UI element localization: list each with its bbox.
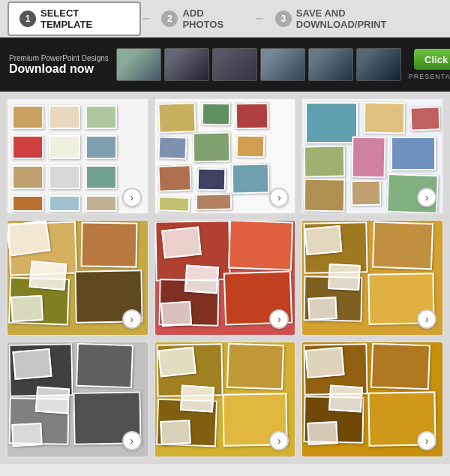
photo-tile	[86, 105, 117, 129]
template-card-8[interactable]: ›	[154, 341, 297, 458]
photo-tile	[351, 180, 382, 206]
photo-tile	[12, 195, 44, 212]
photo-tile	[8, 221, 51, 257]
photo-tile	[86, 135, 117, 159]
brand-text: PRESENTATIONLOAD	[409, 73, 450, 80]
photo-tile	[158, 347, 196, 378]
photo-tile	[304, 179, 346, 212]
banner-preview-1	[116, 48, 161, 81]
step-2-label: ADD PHOTOS	[182, 8, 244, 30]
template-card-4[interactable]: ›	[6, 219, 149, 336]
photo-tile	[328, 385, 363, 413]
banner-preview-2	[164, 48, 209, 81]
photo-tile	[158, 136, 187, 159]
banner-text: Premium PowerPoint Designs Download now	[9, 54, 109, 76]
template-card-2[interactable]: ›	[154, 98, 297, 215]
photo-tile	[231, 164, 269, 194]
photo-tile	[308, 297, 338, 321]
template-card-9[interactable]: ›	[301, 341, 444, 458]
photo-tile	[160, 420, 191, 445]
banner-preview-6	[356, 48, 401, 81]
photo-tile	[49, 165, 80, 189]
photo-tile	[308, 421, 339, 445]
photo-tile	[304, 146, 346, 178]
photo-tile	[29, 261, 68, 291]
photo-tile	[161, 226, 202, 258]
steps-header: 1 SELECT TEMPLATE 2 ADD PHOTOS 3 SAVE AN…	[0, 0, 450, 38]
photo-tile	[304, 225, 343, 255]
banner-previews	[116, 48, 401, 81]
banner-preview-3	[212, 48, 257, 81]
photo-tile	[370, 343, 430, 390]
template-next-button-6[interactable]: ›	[417, 309, 436, 329]
step-1[interactable]: 1 SELECT TEMPLATE	[8, 2, 141, 36]
banner-line2: Download now	[9, 62, 109, 76]
step-3-label: SAVE AND DOWNLOAD/PRINT	[296, 8, 432, 30]
advertisement-banner: Premium PowerPoint Designs Download now …	[0, 38, 450, 92]
step-divider-1	[142, 18, 150, 20]
photo-tile	[235, 103, 268, 130]
photo-tile	[236, 135, 265, 158]
step-2[interactable]: 2 ADD PHOTOS	[151, 3, 254, 35]
photo-tile	[49, 135, 80, 159]
template-next-button-7[interactable]: ›	[122, 431, 142, 450]
banner-right: Click here PRESENTATIONLOAD	[409, 49, 450, 80]
templates-grid: › › ›	[0, 92, 450, 464]
photo-tile	[11, 423, 43, 447]
photo-tile	[201, 103, 230, 126]
photo-tile	[192, 132, 230, 163]
photo-tile	[180, 385, 214, 413]
photo-tile	[12, 348, 52, 380]
photo-tile	[305, 347, 345, 378]
photo-tile	[76, 343, 134, 389]
step-3[interactable]: 3 SAVE AND DOWNLOAD/PRINT	[265, 3, 442, 35]
step-2-number: 2	[161, 11, 178, 27]
photo-tile	[328, 264, 361, 291]
photo-tile	[12, 165, 44, 189]
step-3-number: 3	[275, 11, 292, 27]
photo-tile	[391, 137, 436, 170]
photo-tile	[410, 106, 441, 131]
photo-tile	[158, 102, 196, 134]
step-divider-2	[256, 18, 263, 20]
template-next-button-1[interactable]: ›	[122, 188, 142, 207]
photo-tile	[35, 387, 70, 414]
photo-tile	[158, 196, 190, 212]
photo-tile	[226, 343, 284, 390]
banner-preview-4	[260, 48, 305, 81]
photo-tile	[86, 165, 117, 189]
photo-tile	[12, 135, 44, 159]
photo-tile	[228, 221, 293, 270]
photo-tile	[158, 164, 191, 192]
photo-tile	[49, 195, 80, 212]
template-card-7[interactable]: ›	[6, 341, 149, 458]
photo-tile	[364, 102, 406, 134]
photo-tile	[195, 194, 231, 211]
photo-tile	[196, 168, 226, 191]
photo-tile	[80, 221, 137, 267]
photo-tile	[352, 137, 386, 179]
template-next-button-3[interactable]: ›	[417, 188, 436, 207]
template-card-5[interactable]: ›	[154, 219, 297, 336]
photo-tile	[12, 105, 44, 129]
photo-tile	[184, 265, 218, 294]
photo-tile	[86, 195, 117, 212]
step-1-number: 1	[20, 11, 36, 27]
click-here-button[interactable]: Click here	[414, 49, 450, 70]
template-card-6[interactable]: ›	[301, 219, 444, 336]
step-1-label: SELECT TEMPLATE	[40, 8, 129, 30]
template-card-1[interactable]: ›	[6, 98, 149, 215]
template-next-button-9[interactable]: ›	[417, 431, 436, 450]
photo-tile	[372, 221, 434, 270]
banner-preview-5	[308, 48, 353, 81]
photo-tile	[160, 301, 192, 327]
photo-tile	[305, 102, 358, 143]
template-next-button-4[interactable]: ›	[122, 309, 142, 329]
photo-tile	[10, 295, 44, 322]
banner-line1: Premium PowerPoint Designs	[9, 54, 109, 62]
template-card-3[interactable]: ›	[301, 98, 444, 215]
photo-tile	[49, 105, 80, 129]
